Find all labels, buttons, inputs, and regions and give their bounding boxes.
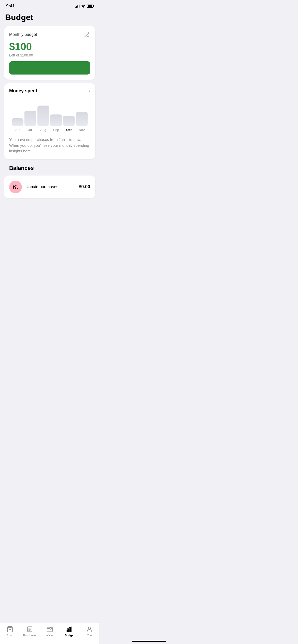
edit-icon[interactable]	[84, 31, 90, 38]
bar-label-oct: Oct	[66, 128, 72, 132]
bar-label-jun: Jun	[15, 128, 20, 132]
chart-bar-oct: Oct	[63, 116, 75, 132]
budget-amount: $100	[9, 41, 90, 52]
klarna-logo: K.	[9, 181, 22, 193]
balance-card-unpaid[interactable]: K. Unpaid purchases $0.00	[4, 175, 95, 198]
bar-jun	[12, 118, 23, 126]
bar-label-nov: Nov	[79, 128, 85, 132]
money-spent-title: Money spent	[9, 88, 37, 94]
bar-aug	[37, 106, 49, 126]
status-bar: 9:41	[0, 0, 99, 11]
no-purchases-text: You have no purchases from Jun 1 to now.…	[9, 136, 90, 154]
wifi-icon	[81, 5, 85, 8]
chart-bar-aug: Aug	[37, 106, 49, 132]
chart-bar-sep: Sep	[50, 114, 62, 132]
money-spent-card: Money spent › Jun Jul Aug Sep	[4, 83, 95, 159]
budget-progress-bar	[9, 61, 90, 75]
status-time: 9:41	[6, 4, 15, 9]
chart-bar-nov: Nov	[76, 112, 88, 132]
card-header: Monthly budget	[9, 31, 90, 38]
balances-title: Balances	[4, 163, 95, 175]
budget-subtitle: Left of $100.00	[9, 53, 90, 57]
bar-label-aug: Aug	[40, 128, 46, 132]
balance-left: K. Unpaid purchases	[9, 181, 58, 193]
bar-label-sep: Sep	[53, 128, 59, 132]
chart-bar-jun: Jun	[12, 118, 23, 132]
unpaid-purchases-label: Unpaid purchases	[25, 185, 58, 189]
spending-chart: Jun Jul Aug Sep Oct Nov	[9, 99, 90, 132]
bar-oct	[63, 116, 75, 126]
bar-sep	[50, 114, 62, 126]
status-icons	[75, 5, 93, 8]
bar-nov	[76, 112, 88, 126]
money-spent-header: Money spent ›	[9, 88, 90, 94]
chevron-right-icon[interactable]: ›	[89, 88, 90, 94]
unpaid-purchases-amount: $0.00	[79, 184, 90, 189]
bar-label-jul: Jul	[28, 128, 33, 132]
page-title: Budget	[0, 11, 99, 26]
battery-icon	[87, 5, 93, 8]
bar-jul	[24, 111, 36, 126]
monthly-budget-card: Monthly budget $100 Left of $100.00	[4, 26, 95, 80]
monthly-budget-title: Monthly budget	[9, 32, 37, 37]
chart-bar-jul: Jul	[24, 111, 36, 132]
scroll-content: Monthly budget $100 Left of $100.00 Mone…	[0, 26, 99, 224]
signal-icon	[75, 5, 79, 8]
